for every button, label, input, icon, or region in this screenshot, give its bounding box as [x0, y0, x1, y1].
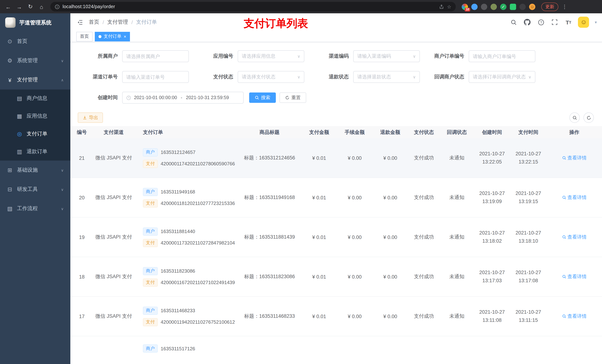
hamburger-icon[interactable] — [75, 18, 84, 26]
extension-green-check-icon[interactable]: ✓ — [500, 3, 506, 10]
notify-status-select[interactable]: 请选择订单回调商户状态 ∨ — [469, 71, 535, 83]
create-time-range-picker[interactable]: 2021-10-01 00:00:00 - 2021-10-31 23:59:5… — [122, 92, 244, 104]
tab-pay-orders[interactable]: 支付订单 × — [95, 32, 130, 41]
merchant-order-no-input[interactable] — [469, 50, 535, 62]
view-detail-link[interactable]: 查看详情 — [562, 273, 587, 280]
table-row-partial[interactable]: 商户 1635311517126 — [70, 336, 602, 364]
table-row[interactable]: 17 微信 JSAPI 支付 商户 1635311468233 支付 — [70, 297, 602, 336]
payment-submenu: ▤ 商户信息 ▦ 应用信息 ◎ 支付订单 ▥ 退款订单 — [0, 90, 70, 161]
owner-merchant-input[interactable] — [122, 50, 189, 62]
filter-label: 回调商户状态 — [424, 74, 469, 80]
sidebar-item-refund-orders[interactable]: ▥ 退款订单 — [0, 143, 70, 161]
col-pay-order: 支付订单 — [134, 129, 238, 135]
export-button[interactable]: 导出 — [78, 113, 103, 123]
pay-status-select[interactable]: 请选择支付状态 ∨ — [238, 71, 304, 83]
close-icon[interactable]: × — [124, 34, 126, 39]
extension-blue-icon[interactable] — [471, 3, 478, 10]
filter-notify-status: 回调商户状态 请选择订单回调商户状态 ∨ — [424, 71, 538, 83]
sidebar-item-home[interactable]: ⊙ 首页 — [0, 32, 70, 51]
sidebar-item-dev-tools[interactable]: ⊟ 研发工具 ∨ — [0, 180, 70, 199]
view-detail-link[interactable]: 查看详情 — [562, 155, 587, 161]
tab-home[interactable]: 首页 — [76, 32, 93, 41]
refresh-button[interactable] — [583, 113, 594, 123]
channel-code-select[interactable]: 请输入渠道编码 ∨ — [353, 50, 420, 62]
app-id-select[interactable]: 请选择应用信息 ∨ — [238, 50, 304, 62]
fee-amount: ¥ 0.00 — [337, 274, 372, 280]
breadcrumb-home[interactable]: 首页 — [89, 19, 99, 26]
github-icon[interactable] — [523, 18, 531, 26]
range-end-value: 2021-10-31 23:59:59 — [186, 95, 229, 100]
sidebar-item-system[interactable]: ⚙ 系统管理 ∨ — [0, 51, 70, 70]
create-time-cell: 2021-10-27 13:22:05 — [474, 150, 510, 166]
pay-channel: 微信 JSAPI 支付 — [93, 313, 134, 320]
table-row[interactable]: 21 微信 JSAPI 支付 商户 1635312124657 支付 — [70, 138, 602, 178]
filter-label: 应用编号 — [193, 53, 238, 60]
help-icon[interactable]: ? — [537, 18, 545, 26]
orders-table: 编号 支付渠道 支付订单 商品标题 支付金额 手续金额 退款金额 支付状态 回调… — [70, 126, 602, 364]
toggle-search-button[interactable] — [570, 113, 580, 123]
sidebar-item-app-info[interactable]: ▦ 应用信息 — [0, 107, 70, 125]
breadcrumb: 首页 / 支付管理 / 支付订单 — [89, 19, 157, 26]
channel-pay-no: 4200001181202110277723215336 — [161, 200, 235, 206]
browser-home-icon[interactable]: ⌂ — [37, 2, 46, 11]
merchant-tag: 商户 — [143, 267, 158, 275]
app-title: 芋道管理系统 — [19, 19, 52, 26]
browser-menu-icon[interactable]: ⋮ — [560, 4, 569, 10]
browser-reload-icon[interactable]: ↻ — [26, 2, 35, 11]
col-channel: 支付渠道 — [93, 129, 134, 135]
refund-amount: ¥ 0.00 — [372, 274, 408, 280]
font-size-icon[interactable]: TT — [564, 18, 573, 26]
search-icon[interactable] — [510, 18, 518, 26]
refund-amount: ¥ 0.00 — [372, 155, 408, 161]
share-icon[interactable] — [439, 4, 444, 9]
avatar-caret-icon[interactable]: ▾ — [595, 20, 597, 25]
browser-profile-avatar[interactable]: ☺ — [529, 3, 535, 10]
channel-order-no-input[interactable] — [122, 71, 189, 83]
notify-status: 未通知 — [440, 313, 474, 320]
col-actions: 操作 — [547, 129, 602, 135]
browser-back-icon[interactable]: ← — [4, 2, 13, 11]
sidebar-item-merchant-info[interactable]: ▤ 商户信息 — [0, 90, 70, 107]
browser-update-button[interactable]: 更新 — [541, 2, 558, 11]
browser-forward-icon[interactable]: → — [15, 2, 24, 11]
reset-button[interactable]: 重置 — [280, 93, 306, 103]
sidebar-item-workflow[interactable]: ▧ 工作流程 ∨ — [0, 199, 70, 218]
site-info-icon[interactable] — [55, 4, 60, 9]
extension-dark-icon[interactable] — [481, 3, 487, 10]
col-pay-amount: 支付金额 — [301, 129, 337, 135]
extension-colorful-icon[interactable]: 10 — [462, 3, 468, 10]
table-row[interactable]: 20 微信 JSAPI 支付 商户 1635311949168 支付 — [70, 178, 602, 218]
table-row[interactable]: 19 微信 JSAPI 支付 商户 1635311881440 支付 — [70, 218, 602, 257]
extension-pin-icon[interactable] — [519, 3, 526, 10]
address-bar[interactable]: localhost:1024/pay/order ☆ — [50, 2, 456, 11]
filter-label: 退款状态 — [309, 74, 353, 80]
sidebar-item-infrastructure[interactable]: ⊞ 基础设施 ∨ — [0, 161, 70, 180]
view-detail-link[interactable]: 查看详情 — [562, 313, 587, 320]
pay-order-cell: 商户 1635311949168 支付 42000011812021102777… — [134, 188, 238, 207]
order-id: 20 — [70, 195, 93, 200]
user-avatar[interactable]: ☺ — [578, 17, 589, 28]
col-pay-time: 支付时间 — [510, 129, 547, 135]
svg-text:?: ? — [540, 20, 542, 24]
channel-pay-no: 4200001173202110272847982104 — [161, 240, 235, 246]
view-detail-link[interactable]: 查看详情 — [562, 234, 587, 240]
pay-order-cell: 商户 1635312124657 支付 42000011742021102780… — [134, 148, 238, 168]
sidebar-item-payment[interactable]: ¥ 支付管理 ∧ — [0, 70, 70, 90]
extension-chat-icon[interactable] — [510, 3, 516, 10]
order-id: 21 — [70, 155, 93, 161]
view-detail-link[interactable]: 查看详情 — [562, 194, 587, 201]
chevron-down-icon: ∨ — [61, 187, 64, 191]
bookmark-star-icon[interactable]: ☆ — [447, 4, 451, 10]
breadcrumb-payment[interactable]: 支付管理 — [107, 19, 128, 26]
range-separator: - — [180, 95, 183, 100]
table-row[interactable]: 18 微信 JSAPI 支付 商户 1635311823086 支付 — [70, 257, 602, 297]
card-icon: ▤ — [16, 95, 22, 102]
order-id: 17 — [70, 313, 93, 319]
extension-olive-icon[interactable] — [491, 3, 497, 10]
fullscreen-icon[interactable] — [551, 18, 559, 26]
refund-status-select[interactable]: 请选择退款状态 ∨ — [353, 71, 420, 83]
sidebar-item-pay-orders[interactable]: ◎ 支付订单 — [0, 125, 70, 143]
notify-status: 未通知 — [440, 194, 474, 201]
pay-channel: 微信 JSAPI 支付 — [93, 234, 134, 240]
search-button[interactable]: 搜索 — [249, 93, 276, 103]
